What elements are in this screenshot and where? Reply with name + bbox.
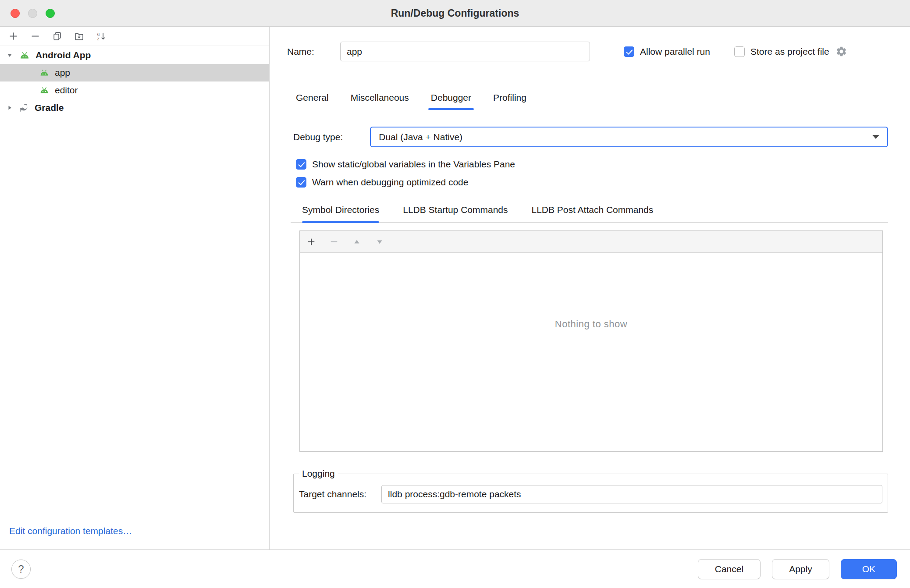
symbol-directories-list: Nothing to show bbox=[299, 230, 883, 452]
sort-alphabetically-icon: az bbox=[96, 31, 106, 41]
logging-group-title: Logging bbox=[299, 468, 338, 479]
debug-type-dropdown[interactable]: Dual (Java + Native) bbox=[370, 127, 888, 147]
store-as-project-file-option: Store as project file bbox=[734, 46, 829, 57]
edit-configuration-templates-link[interactable]: Edit configuration templates… bbox=[0, 526, 269, 549]
chevron-down-icon[interactable] bbox=[6, 52, 13, 58]
footer-buttons: Cancel Apply OK bbox=[698, 559, 897, 579]
sort-configurations-button[interactable]: az bbox=[93, 29, 109, 43]
debug-type-value: Dual (Java + Native) bbox=[379, 132, 872, 142]
list-remove-button[interactable] bbox=[326, 234, 342, 249]
show-static-variables-option: Show static/global variables in the Vari… bbox=[296, 159, 888, 170]
store-as-project-file-label: Store as project file bbox=[750, 46, 829, 57]
logging-group: Logging Target channels: bbox=[293, 468, 888, 513]
tree-item-label: Android App bbox=[36, 50, 91, 60]
allow-parallel-run-label: Allow parallel run bbox=[640, 46, 710, 57]
main-area: az Android App bbox=[0, 27, 910, 549]
tree-item-label: Gradle bbox=[35, 103, 64, 113]
tree-item-editor[interactable]: editor bbox=[0, 81, 269, 99]
question-mark-icon: ? bbox=[18, 563, 24, 575]
list-add-button[interactable] bbox=[303, 234, 319, 249]
minimize-window-button bbox=[28, 9, 37, 18]
configuration-tree: Android App app editor bbox=[0, 46, 269, 117]
add-icon bbox=[306, 237, 316, 247]
dialog-footer: ? Cancel Apply OK bbox=[0, 549, 910, 588]
store-as-project-file-checkbox[interactable] bbox=[734, 46, 745, 57]
allow-parallel-run-checkbox[interactable] bbox=[624, 46, 634, 57]
add-configuration-button[interactable] bbox=[5, 29, 21, 43]
empty-list-message: Nothing to show bbox=[300, 319, 882, 330]
tab-debugger[interactable]: Debugger bbox=[431, 92, 471, 110]
run-debug-configurations-dialog: Run/Debug Configurations bbox=[0, 0, 910, 588]
tree-item-label: editor bbox=[55, 85, 78, 96]
gear-icon bbox=[835, 46, 847, 57]
window-title: Run/Debug Configurations bbox=[391, 7, 519, 19]
move-up-icon bbox=[352, 237, 362, 247]
apply-button[interactable]: Apply bbox=[772, 559, 829, 579]
cancel-button[interactable]: Cancel bbox=[698, 559, 761, 579]
move-down-icon bbox=[375, 237, 384, 247]
svg-text:a: a bbox=[97, 32, 100, 36]
help-button[interactable]: ? bbox=[11, 560, 31, 579]
tree-item-android-app[interactable]: Android App bbox=[0, 46, 269, 64]
subtab-lldb-post-attach-commands[interactable]: LLDB Post Attach Commands bbox=[532, 204, 654, 222]
configuration-detail-panel: Name: Allow parallel run Store as projec… bbox=[270, 27, 910, 549]
allow-parallel-run-option: Allow parallel run bbox=[624, 46, 710, 57]
show-static-variables-checkbox[interactable] bbox=[296, 159, 306, 170]
ok-button[interactable]: OK bbox=[841, 559, 897, 579]
debug-type-row: Debug type: Dual (Java + Native) bbox=[293, 127, 888, 147]
debugger-subtabs: Symbol Directories LLDB Startup Commands… bbox=[291, 204, 888, 223]
warn-optimized-code-option: Warn when debugging optimized code bbox=[296, 177, 888, 188]
list-move-up-button[interactable] bbox=[349, 234, 365, 249]
remove-configuration-button[interactable] bbox=[27, 29, 43, 43]
debug-type-label: Debug type: bbox=[293, 132, 343, 142]
tab-general[interactable]: General bbox=[296, 92, 329, 110]
symbol-directories-toolbar bbox=[300, 231, 882, 253]
sidebar-toolbar: az bbox=[0, 27, 269, 46]
name-row: Name: Allow parallel run Store as projec… bbox=[287, 42, 888, 61]
gradle-icon bbox=[18, 102, 30, 113]
target-channels-input[interactable] bbox=[381, 485, 882, 503]
show-static-variables-label: Show static/global variables in the Vari… bbox=[312, 159, 515, 170]
tab-miscellaneous[interactable]: Miscellaneous bbox=[351, 92, 409, 110]
add-icon bbox=[8, 31, 18, 41]
tree-item-app[interactable]: app bbox=[0, 64, 269, 81]
remove-icon bbox=[329, 237, 339, 247]
copy-icon bbox=[52, 31, 62, 41]
configuration-tabs: General Miscellaneous Debugger Profiling bbox=[296, 92, 888, 110]
subtab-symbol-directories[interactable]: Symbol Directories bbox=[302, 204, 379, 222]
android-icon bbox=[39, 69, 50, 76]
target-channels-label: Target channels: bbox=[299, 489, 366, 499]
android-icon bbox=[18, 52, 31, 59]
move-to-new-folder-icon bbox=[74, 31, 84, 41]
list-move-down-button[interactable] bbox=[372, 234, 387, 249]
close-window-button[interactable] bbox=[11, 9, 20, 18]
tree-item-gradle[interactable]: Gradle bbox=[0, 99, 269, 117]
tab-profiling[interactable]: Profiling bbox=[493, 92, 526, 110]
warn-optimized-code-checkbox[interactable] bbox=[296, 177, 306, 188]
store-settings-gear-button[interactable] bbox=[835, 46, 847, 57]
symbol-directories-empty-area: Nothing to show bbox=[300, 253, 882, 451]
android-icon bbox=[39, 87, 50, 94]
remove-icon bbox=[30, 31, 40, 41]
configurations-sidebar: az Android App bbox=[0, 27, 270, 549]
tree-item-label: app bbox=[55, 67, 70, 78]
chevron-right-icon[interactable] bbox=[6, 105, 13, 111]
titlebar: Run/Debug Configurations bbox=[0, 0, 910, 27]
window-controls bbox=[11, 0, 55, 26]
copy-configuration-button[interactable] bbox=[49, 29, 65, 43]
name-input[interactable] bbox=[340, 42, 590, 61]
target-channels-row: Target channels: bbox=[298, 485, 882, 503]
zoom-window-button[interactable] bbox=[46, 9, 55, 18]
move-to-new-folder-button[interactable] bbox=[71, 29, 87, 43]
dropdown-arrow-icon bbox=[872, 135, 879, 139]
subtab-lldb-startup-commands[interactable]: LLDB Startup Commands bbox=[403, 204, 508, 222]
svg-text:z: z bbox=[97, 36, 99, 41]
name-label: Name: bbox=[287, 46, 340, 57]
warn-optimized-code-label: Warn when debugging optimized code bbox=[312, 177, 468, 188]
